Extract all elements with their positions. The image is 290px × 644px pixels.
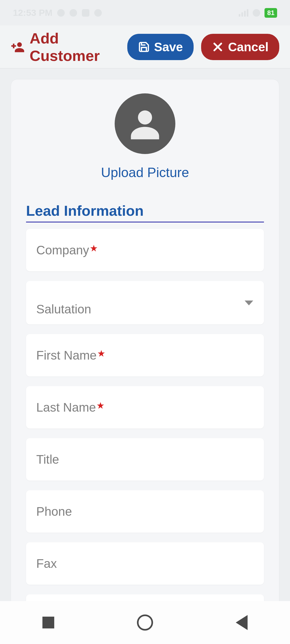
avatar-section: Upload Picture xyxy=(26,92,264,180)
signal-icon xyxy=(239,9,248,17)
save-button[interactable]: Save xyxy=(127,34,194,60)
company-field[interactable]: Company★ xyxy=(26,229,264,271)
add-person-icon xyxy=(11,39,25,55)
svg-point-5 xyxy=(138,110,152,125)
salutation-field[interactable]: Salutation xyxy=(26,281,264,324)
page-title-text: Add Customer xyxy=(30,30,120,64)
phone-label: Phone xyxy=(36,504,72,519)
back-button[interactable] xyxy=(226,606,258,639)
sync-icon xyxy=(94,9,102,17)
phone-field[interactable]: Phone xyxy=(26,490,264,533)
system-nav-bar xyxy=(0,601,290,644)
svg-point-0 xyxy=(17,42,22,47)
company-label: Company★ xyxy=(36,243,98,257)
last-name-label: Last Name★ xyxy=(36,400,104,415)
notification-icon xyxy=(82,9,89,17)
recent-apps-button[interactable] xyxy=(32,606,64,639)
battery-indicator: 81 xyxy=(264,8,277,18)
status-bar: 12:53 PM 81 xyxy=(0,0,290,25)
wifi-icon xyxy=(253,9,260,17)
form-card: Upload Picture Lead Information Company★… xyxy=(11,79,279,616)
fax-label: Fax xyxy=(36,556,57,571)
status-right: 81 xyxy=(239,8,277,18)
first-name-field[interactable]: First Name★ xyxy=(26,334,264,376)
cancel-button[interactable]: Cancel xyxy=(201,34,279,60)
save-icon xyxy=(138,41,150,53)
home-button[interactable] xyxy=(129,606,161,639)
alarm-icon xyxy=(57,9,65,17)
person-icon xyxy=(126,105,164,142)
battery-level: 81 xyxy=(267,9,274,17)
app-header: Add Customer Save Cancel xyxy=(0,25,290,68)
form-fields: Company★ Salutation First Name★ Last Nam… xyxy=(26,229,264,616)
page-title: Add Customer xyxy=(11,30,120,64)
save-button-label: Save xyxy=(154,40,183,54)
chevron-down-icon xyxy=(245,301,253,305)
title-field[interactable]: Title xyxy=(26,438,264,481)
chat-icon xyxy=(70,9,77,17)
status-left: 12:53 PM xyxy=(13,8,102,18)
title-label: Title xyxy=(36,452,59,467)
section-title-lead-information: Lead Information xyxy=(26,202,264,222)
last-name-field[interactable]: Last Name★ xyxy=(26,386,264,429)
avatar-placeholder[interactable] xyxy=(115,93,175,154)
first-name-label: First Name★ xyxy=(36,348,105,363)
svg-rect-2 xyxy=(13,43,15,48)
salutation-label: Salutation xyxy=(36,302,91,316)
close-icon xyxy=(212,41,224,53)
status-time: 12:53 PM xyxy=(13,8,52,18)
fax-field[interactable]: Fax xyxy=(26,542,264,585)
cancel-button-label: Cancel xyxy=(228,40,269,54)
upload-picture-link[interactable]: Upload Picture xyxy=(26,165,264,180)
